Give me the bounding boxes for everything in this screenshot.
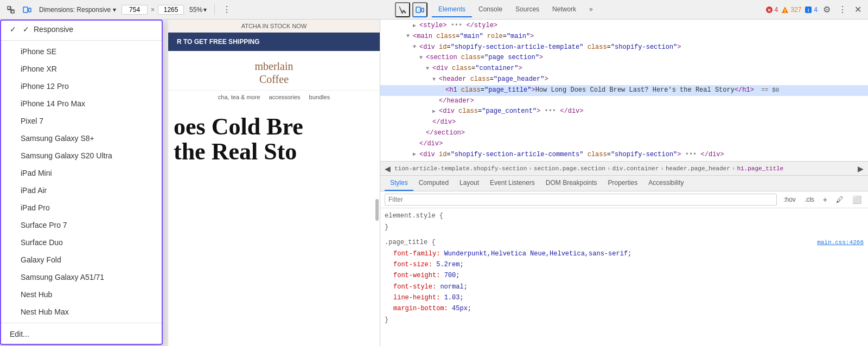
tab-event-listeners[interactable]: Event Listeners bbox=[484, 176, 540, 191]
filter-bar: :hov .cls + 🖊 ⬜ bbox=[380, 191, 868, 208]
error-badge: ✕ 4 bbox=[765, 6, 778, 14]
breadcrumb-item-4[interactable]: header.page_header bbox=[664, 165, 732, 172]
html-tree: ▶ <style> ••• </style> ▼ <main class="ma… bbox=[380, 20, 868, 162]
svg-rect-4 bbox=[23, 7, 28, 12]
website-logo-line1: mberlain bbox=[254, 60, 293, 73]
css-block-element-style: element.style { } bbox=[380, 208, 868, 235]
inspect-element-icon[interactable] bbox=[395, 2, 410, 17]
close-devtools-icon[interactable]: ✕ bbox=[852, 2, 864, 17]
dropdown-item-samsung-galaxy-s20[interactable]: Samsung Galaxy S20 Ultra bbox=[1, 147, 162, 164]
tab-computed[interactable]: Computed bbox=[413, 176, 454, 191]
dropdown-item-surface-duo[interactable]: Surface Duo bbox=[1, 234, 162, 251]
devtools-panel: ▶ <style> ••• </style> ▼ <main class="ma… bbox=[380, 20, 868, 346]
css-prop-line-height: line-height: 1.03; bbox=[385, 292, 864, 303]
css-selector: element.style { bbox=[385, 212, 443, 220]
css-filter-input[interactable] bbox=[385, 194, 777, 206]
device-toggle-icon[interactable] bbox=[21, 3, 34, 16]
dropdown-item-iphone-12-pro[interactable]: iPhone 12 Pro bbox=[1, 78, 162, 95]
inspect-icon[interactable] bbox=[4, 3, 17, 16]
svg-text:✕: ✕ bbox=[767, 8, 771, 13]
settings-icon[interactable]: ⚙ bbox=[821, 2, 833, 17]
tree-line[interactable]: ▼ <main class="main" role="main"> bbox=[380, 31, 868, 42]
tree-line[interactable]: </section> bbox=[380, 128, 868, 139]
tab-properties[interactable]: Properties bbox=[603, 176, 643, 191]
breadcrumb-item-2[interactable]: section.page.section bbox=[532, 165, 607, 172]
tree-line[interactable]: ▼ <div id="shopify-section-article-templ… bbox=[380, 42, 868, 53]
dropdown-item-ipad-mini[interactable]: iPad Mini bbox=[1, 164, 162, 182]
breadcrumb-item-5[interactable]: h1.page_title bbox=[735, 165, 785, 172]
breadcrumb-item-1[interactable]: tion-article-template.shopify-section bbox=[393, 165, 528, 172]
svg-text:!: ! bbox=[784, 8, 786, 13]
tree-line[interactable]: ▼ <div class="container"> bbox=[380, 63, 868, 74]
tree-line[interactable]: </div> bbox=[380, 117, 868, 128]
tree-line[interactable]: ▶ <div class="page_content"> ••• </div> bbox=[380, 106, 868, 117]
checkmark-icon: ✓ bbox=[23, 25, 29, 34]
css-prop-margin-bottom: margin-bottom: 45px; bbox=[385, 303, 864, 314]
dimension-separator: × bbox=[151, 6, 155, 14]
tab-styles[interactable]: Styles bbox=[385, 176, 413, 191]
tab-network[interactable]: Network bbox=[546, 2, 583, 17]
more-options-icon[interactable]: ⋮ bbox=[220, 2, 233, 17]
zoom-dropdown[interactable]: 55% ▾ bbox=[187, 5, 209, 15]
css-source-link[interactable]: main.css:4266 bbox=[817, 238, 864, 248]
add-style-icon[interactable]: + bbox=[821, 194, 829, 205]
tab-layout[interactable]: Layout bbox=[454, 176, 484, 191]
dimensions-dropdown[interactable]: Dimensions: Responsive ▾ bbox=[37, 5, 118, 15]
tree-line[interactable]: ▶ <style> ••• </style> bbox=[380, 21, 868, 31]
dropdown-item-samsung-galaxy-s8[interactable]: Samsung Galaxy S8+ bbox=[1, 130, 162, 147]
breadcrumb-forward[interactable]: ▶ bbox=[856, 164, 866, 173]
css-close: } bbox=[385, 223, 388, 231]
more-devtools-icon[interactable]: ⋮ bbox=[836, 2, 849, 17]
dropdown-item-surface-pro-7[interactable]: Surface Pro 7 bbox=[1, 216, 162, 234]
device-dropdown[interactable]: ✓ Responsive iPhone SE iPhone XR iPhone … bbox=[0, 20, 163, 345]
tree-line[interactable]: ▼ <header class="page_header"> bbox=[380, 74, 868, 85]
svg-rect-6 bbox=[416, 7, 420, 12]
height-input[interactable] bbox=[158, 5, 184, 15]
breadcrumb-back[interactable]: ◀ bbox=[382, 164, 393, 173]
cls-option[interactable]: .cls bbox=[802, 195, 816, 204]
dropdown-item-nest-hub[interactable]: Nest Hub bbox=[1, 286, 162, 303]
website-headline: oes Cold Bre the Real Sto bbox=[168, 104, 380, 164]
svg-rect-1 bbox=[11, 10, 14, 13]
dropdown-item-nest-hub-max[interactable]: Nest Hub Max bbox=[1, 303, 162, 321]
new-rule-icon[interactable]: ⬜ bbox=[850, 194, 864, 205]
dropdown-item-pixel-7[interactable]: Pixel 7 bbox=[1, 112, 162, 130]
dropdown-item-samsung-galaxy-a51[interactable]: Samsung Galaxy A51/71 bbox=[1, 268, 162, 286]
tab-more[interactable]: » bbox=[583, 2, 599, 17]
dropdown-edit[interactable]: Edit... bbox=[1, 325, 162, 344]
css-selector-page-title: .page_title { bbox=[385, 237, 436, 248]
device-emulation-icon[interactable] bbox=[412, 2, 427, 17]
website-logo: mberlain Coffee bbox=[168, 51, 380, 90]
website-shipping-bar: R TO GET FREE SHIPPING bbox=[168, 33, 380, 51]
website-banner: ATCHA IN STOCK NOW bbox=[168, 20, 380, 33]
breadcrumb-bar: ◀ tion-article-template.shopify-section … bbox=[380, 162, 868, 176]
tab-sources[interactable]: Sources bbox=[509, 2, 546, 17]
dropdown-item-iphone-14-pro-max[interactable]: iPhone 14 Pro Max bbox=[1, 95, 162, 112]
chevron-down-icon: ▾ bbox=[113, 6, 116, 14]
edit-icon[interactable]: 🖊 bbox=[834, 194, 846, 205]
styles-content: element.style { } .page_title { main.css… bbox=[380, 208, 868, 346]
dropdown-item-galaxy-fold[interactable]: Galaxy Fold bbox=[1, 251, 162, 268]
svg-rect-5 bbox=[29, 8, 31, 12]
svg-rect-7 bbox=[422, 8, 424, 12]
tab-dom-breakpoints[interactable]: DOM Breakpoints bbox=[540, 176, 603, 191]
width-input[interactable] bbox=[122, 5, 148, 15]
dropdown-item-iphone-se[interactable]: iPhone SE bbox=[1, 43, 162, 60]
tree-line[interactable]: </div> bbox=[380, 139, 868, 150]
breadcrumb-item-3[interactable]: div.container bbox=[611, 165, 661, 172]
tree-line[interactable]: ▶ <div id="shopify-section-article-comme… bbox=[380, 150, 868, 161]
styles-tabs: Styles Computed Layout Event Listeners D… bbox=[380, 176, 868, 191]
hov-option[interactable]: :hov bbox=[781, 195, 798, 204]
tab-accessibility[interactable]: Accessibility bbox=[643, 176, 689, 191]
tree-line-selected[interactable]: <h1 class="page_title">How Long Does Col… bbox=[380, 85, 868, 96]
tab-console[interactable]: Console bbox=[472, 2, 509, 17]
dropdown-item-ipad-pro[interactable]: iPad Pro bbox=[1, 199, 162, 216]
website-nav: cha, tea & more accessories bundles bbox=[168, 90, 380, 104]
tab-elements[interactable]: Elements bbox=[432, 2, 472, 17]
tree-line[interactable]: ▼ <section class="page section"> bbox=[380, 53, 868, 63]
dropdown-item-ipad-air[interactable]: iPad Air bbox=[1, 182, 162, 199]
dropdown-item-iphone-xr[interactable]: iPhone XR bbox=[1, 60, 162, 78]
dropdown-item-responsive[interactable]: ✓ Responsive bbox=[1, 21, 162, 38]
scroll-handle[interactable] bbox=[375, 199, 379, 221]
tree-line[interactable]: </header> bbox=[380, 96, 868, 107]
